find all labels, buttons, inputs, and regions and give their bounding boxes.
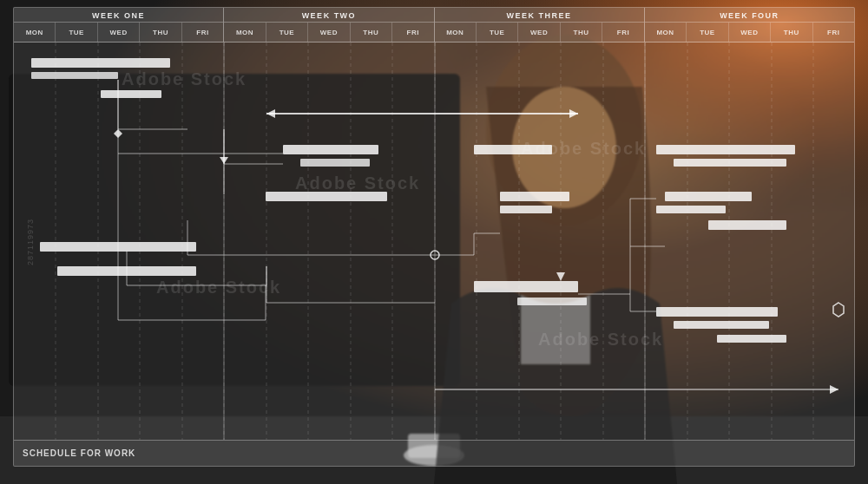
svg-rect-49	[474, 281, 578, 292]
gantt-body: .grid-line { stroke: rgba(255,255,255,0.…	[14, 43, 854, 440]
day-fri-3: FRI	[602, 23, 643, 42]
day-mon-3: MON	[435, 23, 477, 42]
day-wed-2: WED	[308, 23, 350, 42]
svg-rect-54	[656, 206, 726, 213]
svg-rect-58	[656, 307, 778, 317]
week-one-label: WEEK ONE	[14, 8, 223, 23]
day-wed-1: WED	[98, 23, 140, 42]
day-fri-1: FRI	[182, 23, 223, 42]
day-mon-4: MON	[645, 23, 687, 42]
svg-marker-56	[556, 272, 565, 281]
week-four-label: WEEK FOUR	[645, 8, 854, 23]
day-wed-3: WED	[518, 23, 560, 42]
gantt-chart: WEEK ONE MON TUE WED THU FRI WEEK TWO MO…	[13, 7, 855, 467]
day-thu-2: THU	[351, 23, 392, 42]
svg-rect-32	[31, 72, 118, 79]
day-tue-3: TUE	[477, 23, 518, 42]
day-tue-4: TUE	[687, 23, 728, 42]
week-three-label: WEEK THREE	[435, 8, 644, 23]
svg-marker-36	[569, 109, 578, 118]
svg-rect-60	[717, 335, 786, 343]
svg-rect-38	[283, 145, 378, 154]
week-three-section: WEEK THREE MON TUE WED THU FRI	[435, 8, 645, 42]
svg-rect-31	[31, 58, 170, 68]
day-mon-2: MON	[224, 23, 266, 42]
gantt-header: WEEK ONE MON TUE WED THU FRI WEEK TWO MO…	[14, 8, 854, 43]
day-fri-4: FRI	[813, 23, 854, 42]
svg-rect-52	[674, 159, 786, 167]
svg-rect-51	[656, 145, 795, 154]
week-three-days: MON TUE WED THU FRI	[435, 23, 644, 42]
week-two-section: WEEK TWO MON TUE WED THU FRI	[224, 8, 434, 42]
day-thu-4: THU	[771, 23, 812, 42]
day-mon-1: MON	[14, 23, 56, 42]
week-two-days: MON TUE WED THU FRI	[224, 23, 433, 42]
week-one-section: WEEK ONE MON TUE WED THU FRI	[14, 8, 224, 42]
week-four-days: MON TUE WED THU FRI	[645, 23, 854, 42]
svg-marker-63	[830, 385, 838, 394]
day-tue-1: TUE	[56, 23, 97, 42]
svg-rect-53	[665, 192, 752, 201]
svg-rect-50	[517, 298, 587, 305]
day-thu-3: THU	[561, 23, 602, 42]
gantt-footer: SCHEDULE FOR WORK	[14, 440, 854, 466]
svg-rect-33	[101, 90, 161, 98]
svg-rect-45	[500, 206, 552, 213]
svg-rect-55	[708, 220, 786, 230]
svg-rect-44	[500, 192, 569, 201]
week-four-section: WEEK FOUR MON TUE WED THU FRI	[645, 8, 854, 42]
day-thu-1: THU	[140, 23, 181, 42]
footer-label: SCHEDULE FOR WORK	[23, 448, 135, 458]
day-wed-4: WED	[729, 23, 771, 42]
week-one-days: MON TUE WED THU FRI	[14, 23, 223, 42]
svg-marker-42	[220, 157, 228, 164]
svg-rect-40	[474, 145, 552, 154]
svg-rect-59	[674, 321, 769, 329]
day-fri-2: FRI	[392, 23, 433, 42]
svg-rect-39	[300, 159, 370, 167]
svg-marker-35	[266, 109, 275, 118]
day-tue-2: TUE	[266, 23, 308, 42]
week-two-label: WEEK TWO	[224, 8, 433, 23]
svg-rect-43	[266, 192, 387, 201]
svg-marker-57	[833, 303, 844, 317]
